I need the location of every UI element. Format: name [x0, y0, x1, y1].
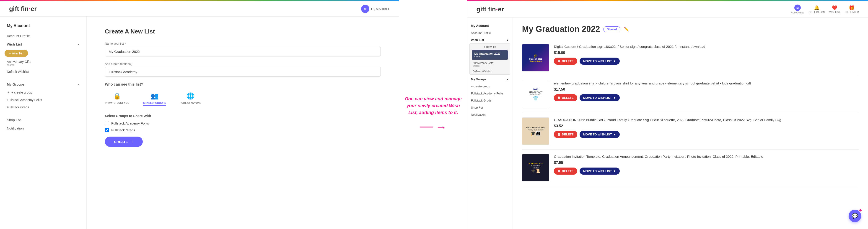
list-note-input[interactable] [105, 67, 381, 77]
globe-icon: 🌐 [186, 92, 194, 100]
right-sidebar-account-profile[interactable]: Account Profile [467, 29, 513, 36]
sidebar-default-wishlist[interactable]: Default Wishlist [0, 68, 86, 75]
vis-option-shared[interactable]: 👥 SHARED: GROUPS [143, 92, 166, 106]
product-thumbnail-4: CLASS OF 2022 Graduation Invitation 🎓📜 [522, 154, 549, 182]
product-item-1: 🎓 Class of 2022 Joanna Smith Digital Cus… [522, 40, 859, 76]
logo: gift fin · er [9, 5, 37, 13]
right-logo-dot: · [496, 5, 498, 13]
right-default-wishlist[interactable]: Default Wishlist [470, 69, 510, 74]
right-anniversary-gifts[interactable]: Anniversary Gifts shared [470, 60, 510, 69]
trash-icon-1: 🗑 [557, 60, 560, 63]
right-shop-for[interactable]: Shop For [467, 104, 513, 111]
checkbox-fullstack-grads[interactable]: Fullstack Grads [105, 128, 381, 132]
product-name-3: GRADUATION 2022 Bundle SVG, Proud Family… [554, 117, 859, 122]
sidebar-item-account-profile[interactable]: Account Profile [0, 32, 86, 40]
vis-private-label: PRIVATE: JUST YOU [105, 102, 129, 104]
create-button[interactable]: CREATE → [105, 137, 143, 147]
delete-btn-4[interactable]: 🗑 DELETE [554, 167, 577, 175]
product-actions-2: 🗑 DELETE MOVE TO WISHLIST ▼ [554, 94, 859, 101]
sidebar-fullstack-academy-folks[interactable]: Fullstack Academy Folks [0, 96, 86, 104]
checkbox-academy-folks[interactable]: Fullstack Academy Folks [105, 121, 381, 125]
sidebar-notification[interactable]: Notification [0, 124, 86, 132]
chevron-down-icon-2: ▼ [613, 96, 616, 100]
logo-dot: · [29, 5, 31, 13]
move-to-wishlist-btn-3[interactable]: MOVE TO WISHLIST ▼ [580, 131, 620, 138]
product-item-2: 2022 ELEMENTARY GRADUATE 👕 elementary gr… [522, 76, 859, 113]
sidebar-fullstack-grads[interactable]: Fullstack Grads [0, 104, 86, 111]
avatar: M [361, 5, 369, 13]
move-to-wishlist-btn-2[interactable]: MOVE TO WISHLIST ▼ [580, 94, 620, 101]
callout-area: One can view and manage your newly creat… [399, 0, 467, 229]
product-info-3: GRADUATION 2022 Bundle SVG, Proud Family… [554, 117, 859, 138]
left-content-area: My Account Account Profile Wish List ▲ +… [0, 16, 399, 229]
right-sidebar-wish-list-toggle[interactable]: Wish List ▲ [467, 36, 513, 43]
checkbox-fullstack-grads-input[interactable] [105, 128, 109, 132]
move-to-wishlist-btn-4[interactable]: MOVE TO WISHLIST ▼ [580, 167, 620, 175]
header-notification-icon[interactable]: 🔔 NOTIFICATION [809, 5, 825, 13]
edit-icon[interactable]: ✏️ [624, 27, 629, 32]
create-list-form: Create A New List Name your list * Add a… [87, 16, 399, 229]
right-avatar: M [794, 5, 801, 11]
right-create-group[interactable]: + create group [467, 83, 513, 90]
right-fullstack-grads[interactable]: Fullstack Grads [467, 97, 513, 104]
product-price-1: $15.00 [554, 51, 859, 55]
chat-notification-dot [859, 209, 862, 212]
right-sidebar-my-account: My Account [467, 22, 513, 29]
header-gift-finder-icon[interactable]: 🎁 GIFT FINDER [844, 5, 859, 13]
move-to-wishlist-btn-1[interactable]: MOVE TO WISHLIST ▼ [580, 58, 620, 65]
product-image-3: GRADUATION 2022 Family SVG Bundle 🎓👨‍👩‍👧 [522, 118, 549, 145]
checkbox-academy-folks-input[interactable] [105, 121, 109, 125]
new-list-button[interactable]: + new list [5, 50, 28, 57]
sidebar-my-groups-toggle[interactable]: My Groups ▲ [0, 80, 86, 88]
chat-icon[interactable]: 💬 [848, 209, 861, 222]
right-notification[interactable]: Notification [467, 111, 513, 118]
right-logo: gift fin · er [476, 5, 504, 13]
sidebar-my-account-title: My Account [0, 24, 86, 32]
product-name-2: elementary graduation shirt • children's… [554, 81, 859, 86]
product-actions-3: 🗑 DELETE MOVE TO WISHLIST ▼ [554, 131, 859, 138]
divider-1 [0, 78, 86, 78]
delete-btn-2[interactable]: 🗑 DELETE [554, 94, 577, 101]
product-image-4: CLASS OF 2022 Graduation Invitation 🎓📜 [522, 154, 549, 181]
vis-option-public[interactable]: 🌐 PUBLIC: ANYONE [180, 92, 201, 104]
product-thumbnail-3: GRADUATION 2022 Family SVG Bundle 🎓👨‍👩‍👧 [522, 117, 549, 145]
right-sidebar-new-list[interactable]: + new list [470, 44, 510, 50]
product-info-2: elementary graduation shirt • children's… [554, 81, 859, 101]
visibility-options: 🔒 PRIVATE: JUST YOU 👥 SHARED: GROUPS 🌐 P… [105, 92, 381, 106]
header-user-icon[interactable]: M Hi, MARIBEL [791, 5, 804, 14]
header-wishlist-icon[interactable]: ❤️ WISHLIST [829, 5, 840, 13]
right-logo-text: gift fin [476, 6, 496, 13]
name-label: Name your list * [105, 42, 381, 45]
vis-public-label: PUBLIC: ANYONE [180, 102, 201, 104]
right-content: My Account Account Profile Wish List ▲ +… [467, 17, 868, 229]
create-group-button[interactable]: ＋ + create group [0, 88, 86, 96]
my-groups-chevron-up-icon: ▲ [77, 83, 80, 86]
product-title-row: My Graduation 2022 Shared ✏️ [522, 24, 859, 34]
vis-shared-label: SHARED: GROUPS [143, 102, 166, 104]
delete-btn-1[interactable]: 🗑 DELETE [554, 58, 577, 65]
chevron-down-icon-4: ▼ [613, 169, 616, 173]
right-academy-folks[interactable]: Fullstack Academy Folks [467, 90, 513, 97]
right-sidebar-active-list[interactable]: My Graduation 2022 shared [472, 50, 508, 60]
list-name-input[interactable] [105, 47, 381, 56]
sidebar-shop-for[interactable]: Shop For [0, 116, 86, 124]
product-info-1: Digital Custom / Graduation sign 18&x22;… [554, 44, 859, 65]
header-user[interactable]: M Hi, MARIBEL [361, 5, 390, 13]
wish-list-dropdown: + new list My Graduation 2022 shared Ann… [469, 43, 510, 75]
product-thumbnail-1: 🎓 Class of 2022 Joanna Smith [522, 44, 549, 72]
plus-icon: ＋ [7, 90, 10, 94]
user-name: Hi, MARIBEL [371, 7, 390, 11]
product-thumbnail-2: 2022 ELEMENTARY GRADUATE 👕 [522, 81, 549, 108]
delete-btn-3[interactable]: 🗑 DELETE [554, 131, 577, 138]
bell-icon: 🔔 [814, 5, 820, 10]
sidebar-wish-list-toggle[interactable]: Wish List ▲ [0, 40, 86, 48]
arrow-line [420, 126, 433, 127]
product-name-1: Digital Custom / Graduation sign 18&x22;… [554, 44, 859, 49]
right-header: gift fin · er M Hi, MARIBEL 🔔 NOTIFICATI… [467, 1, 868, 17]
sidebar-anniversary-gifts[interactable]: Anniversary Gifts shared [0, 58, 86, 68]
product-name-4: Graduation Invitation Template, Graduati… [554, 154, 859, 159]
trash-icon-4: 🗑 [557, 169, 560, 173]
vis-option-private[interactable]: 🔒 PRIVATE: JUST YOU [105, 92, 129, 104]
right-sidebar-my-groups-toggle[interactable]: My Groups ▲ [467, 76, 513, 83]
trash-icon-3: 🗑 [557, 133, 560, 136]
